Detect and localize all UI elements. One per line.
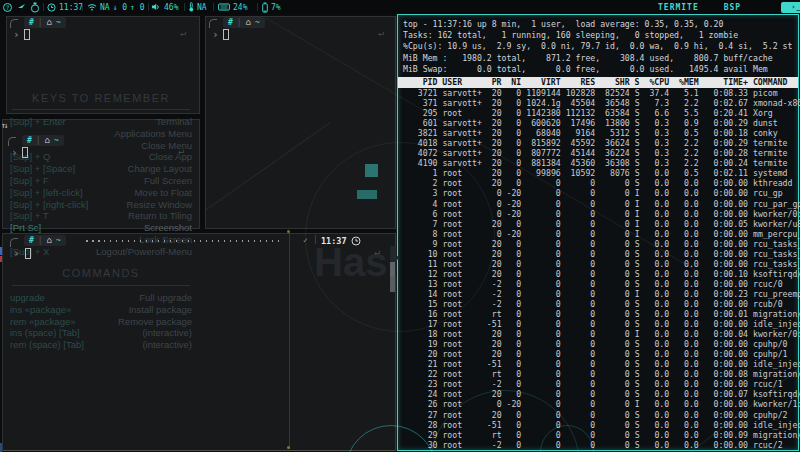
process-row: 21 root -51 0 0 0 0 S 0.0 0.0 0:00.00 id…	[403, 359, 800, 369]
process-row: 23 root -2 0 0 0 0 S 0.0 0.0 0:00.00 rcu…	[403, 379, 800, 389]
workspaces: TERMITEBSP	[636, 0, 741, 14]
process-row: 17 root -51 0 0 0 0 S 0.0 0.0 0:00.00 id…	[403, 319, 800, 329]
terminal-cursor	[223, 29, 229, 40]
keyboard-segment: 24%	[218, 0, 247, 14]
prompt-user: #	[29, 18, 34, 27]
cursor-icon[interactable]	[17, 0, 26, 14]
cheatsheet-row: [Sup] + TReturn to Tiling	[10, 210, 192, 222]
battery-segment: 7%	[262, 0, 281, 14]
process-row: 14 root -2 0 0 0 0 I 0.0 0.0 0:00.23 rcu…	[403, 289, 800, 299]
prompt-fill-line	[86, 240, 283, 242]
cheatsheet-row: [Sup] + [left-click]Move to Float	[10, 187, 192, 199]
terminal-cursor	[24, 29, 30, 40]
volume-segment: 46%	[152, 0, 178, 14]
process-row: 4018 sarvott+ 20 0 815892 45592 36624 S …	[403, 138, 800, 148]
cheatsheet-row: [Prt Sc]Screenshot	[10, 222, 192, 234]
process-row: 295 root 20 0 1142380 112132 63584 S 6.6…	[403, 108, 800, 118]
process-row: 22 root rt 0 0 0 0 S 0.0 0.0 0:00.08 mig…	[403, 369, 800, 379]
status-bar: ? 11:37 NA ↓ 0 ↑ 0 46% NA 24% 7% TERMITE…	[0, 0, 800, 14]
timer-icon[interactable]	[30, 0, 40, 14]
network-up: ↑ 0	[130, 3, 144, 12]
process-row: 2 root 20 0 0 0 0 S 0.0 0.0 0:00.00 kthr…	[403, 178, 800, 188]
process-row: 3 root 0 -20 0 0 0 I 0.0 0.0 0:00.00 rcu…	[403, 188, 800, 198]
thermometer-icon	[189, 2, 194, 12]
clock-segment: 11:37	[47, 0, 83, 14]
process-row: 27 root 20 0 0 0 0 S 0.0 0.0 0:00.00 cpu…	[403, 410, 800, 420]
process-row: 4072 sarvott+ 20 0 807772 45144 36224 S …	[403, 148, 800, 158]
return-icon: ↵	[178, 145, 184, 156]
prompt-time: 11:37	[321, 236, 347, 246]
process-row: 15 root -2 0 0 0 0 S 0.0 0.0 0:00.00 rcu…	[403, 299, 800, 309]
top-summary-line: Tasks: 162 total, 1 running, 160 sleepin…	[403, 30, 792, 41]
cheatsheet-row: [Sup] + FFull Screen	[10, 175, 192, 187]
cheatsheet-row: [Sup] + EnterTerminal	[10, 116, 192, 128]
top-summary-line: MiB Mem : 1980.2 total, 871.2 free, 308.…	[403, 53, 792, 64]
process-row: 29 root rt 0 0 0 0 S 0.0 0.0 0:00.09 mig…	[403, 430, 800, 440]
wallpaper-mark	[0, 443, 2, 452]
home-icon: ⌂	[47, 18, 52, 27]
process-row: 601 sarvott+ 20 0 600620 17496 13800 S 0…	[403, 118, 800, 128]
prompt-arrow: ›	[13, 248, 20, 259]
cheatsheet-row: [Sup] + XLogout/Poweroff-Menu	[10, 246, 192, 258]
cheatsheet-row: upgradeFull upgrade	[10, 292, 192, 304]
process-row: 4190 sarvott+ 20 0 881384 45360 36308 S …	[403, 158, 800, 168]
process-row: 1 root 20 0 99896 10592 8076 S 0.0 0.5 0…	[403, 168, 800, 178]
workspace-bsp[interactable]: BSP	[724, 3, 741, 12]
process-row: 18 root 20 0 0 0 0 I 0.0 0.0 0:00.04 kwo…	[403, 329, 800, 339]
prompt-arrow: ›	[212, 29, 219, 40]
prompt-path: ~	[56, 18, 61, 27]
process-table[interactable]: 3721 sarvott+ 20 0 1109144 102828 82524 …	[403, 88, 800, 450]
process-row: 9 root 20 0 0 0 0 S 0.0 0.0 0:00.00 rcu_…	[403, 239, 800, 249]
prompt-arrow: ›	[13, 29, 20, 40]
top-summary-line: %Cpu(s): 10.9 us, 2.9 sy, 0.0 ni, 79.7 i…	[403, 41, 792, 52]
process-row: 26 root 0 -20 0 0 0 I 0.0 0.0 0:00.00 kw…	[403, 399, 800, 409]
commands-cheatsheet: COMMANDS upgradeFull upgradeins «package…	[10, 267, 192, 351]
process-table-header: PID USER PR NI VIRT RES SHR S %CPU %MEM …	[398, 77, 798, 88]
cheatsheet-keys-title: KEYS TO REMEMBER	[10, 92, 192, 104]
help-icon[interactable]: ?	[3, 0, 12, 14]
speaker-icon	[152, 3, 161, 11]
volume-value: 46%	[164, 3, 178, 12]
clock-icon	[47, 3, 56, 12]
network-label: NA	[100, 3, 110, 12]
terminal-cursor	[25, 248, 31, 259]
terminal-glyph: ›_	[781, 2, 800, 13]
exit-status-check: ✓	[303, 236, 308, 245]
temperature-value: NA	[197, 3, 207, 12]
prompt-arrow: ›	[11, 147, 18, 158]
wallpaper-trace	[289, 233, 290, 449]
process-row: 3821 sarvott+ 20 0 68040 9164 5312 S 0.3…	[403, 128, 800, 138]
return-icon: ↵	[180, 27, 186, 38]
process-row: 16 root rt 0 0 0 0 S 0.0 0.0 0:00.01 mig…	[403, 309, 800, 319]
prompt-chip: # | ⌂ ~	[24, 17, 66, 28]
workspace-termite[interactable]: TERMITE	[658, 3, 699, 12]
cheatsheet-row: [Sup] + QClose App	[10, 151, 192, 163]
home-icon: ⌂	[47, 236, 52, 245]
keybinding-cheatsheet: KEYS TO REMEMBER [Sup] + EnterTerminalAp…	[10, 92, 192, 258]
home-icon: ⌂	[246, 18, 251, 27]
battery-value: 7%	[271, 3, 281, 12]
network-segment: NA ↓ 0 ↑ 0	[87, 0, 145, 14]
keyboard-value: 24%	[233, 3, 247, 12]
wallpaper-mark	[0, 247, 2, 255]
process-row: 4 root 0 -20 0 0 0 I 0.0 0.0 0:00.00 rcu…	[403, 199, 800, 209]
return-icon: ↵	[378, 27, 384, 38]
prompt-corner	[10, 19, 18, 28]
top-summary-line: top - 11:37:16 up 8 min, 1 user, load av…	[403, 19, 792, 30]
process-row: 19 root 20 0 0 0 0 S 0.0 0.0 0:00.00 cpu…	[403, 339, 800, 349]
wallpaper-mark	[0, 256, 2, 262]
process-row: 11 root 20 0 0 0 0 S 0.0 0.0 0:00.00 rcu…	[403, 259, 800, 269]
active-workspace-chip[interactable]: ›_	[765, 0, 800, 14]
cheatsheet-row: ins (space) [Tab](interactive)	[10, 327, 192, 339]
prompt-chip: # | ⌂ ~	[223, 17, 265, 28]
process-row: 6 root 0 -20 0 0 0 I 0.0 0.0 0:00.00 kwo…	[403, 209, 800, 219]
cheatsheet-commands-title: COMMANDS	[10, 267, 192, 279]
process-row: 28 root -51 0 0 0 0 S 0.0 0.0 0:00.00 id…	[403, 420, 800, 430]
process-row: 10 root 20 0 0 0 0 S 0.0 0.0 0:00.00 rcu…	[403, 249, 800, 259]
top-summary: top - 11:37:16 up 8 min, 1 user, load av…	[403, 19, 792, 75]
prompt-corner	[10, 238, 18, 247]
cheatsheet-row: rem «package»Remove package	[10, 316, 192, 328]
clock-icon	[351, 236, 361, 246]
clock-value: 11:37	[59, 3, 83, 12]
top-summary-line: MiB Swap: 0.0 total, 0.0 free, 0.0 used.…	[403, 64, 792, 75]
